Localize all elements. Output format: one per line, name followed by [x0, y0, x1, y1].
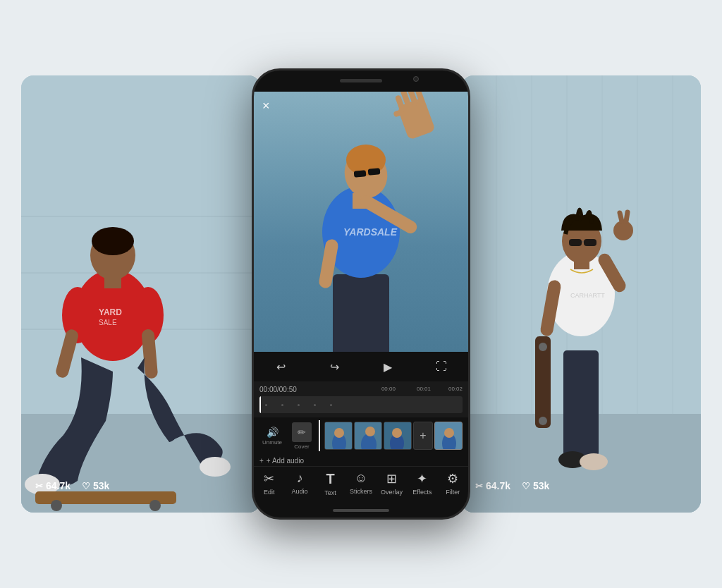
svg-point-17 — [149, 500, 161, 511]
svg-rect-8 — [104, 274, 121, 288]
home-indicator — [254, 503, 468, 517]
unmute-button[interactable]: 🔊 Unmute — [259, 427, 285, 446]
svg-point-68 — [365, 427, 375, 436]
svg-rect-28 — [563, 350, 599, 456]
add-clip-button[interactable]: + — [413, 422, 433, 450]
marker-2: 00:02 — [448, 386, 463, 393]
toolbar-audio[interactable]: ♪ Audio — [286, 471, 313, 495]
clip-playhead — [319, 420, 320, 451]
add-audio-icon: + — [259, 457, 264, 465]
toolbar-stickers[interactable]: ☺ Stickers — [348, 471, 374, 495]
toolbar-effects[interactable]: ✦ Effects — [409, 471, 436, 496]
cover-icon-bg: ✏ — [292, 422, 312, 442]
total-time: 00:50 — [279, 386, 297, 393]
toolbar-edit[interactable]: ✂ Edit — [256, 471, 283, 496]
filter-icon: ⚙ — [447, 471, 458, 486]
clip-thumb-3[interactable] — [384, 422, 412, 450]
unmute-icon: 🔊 — [267, 427, 279, 438]
video-preview: × — [254, 92, 468, 352]
marker-0: 00:00 — [381, 386, 396, 393]
audio-icon: ♪ — [297, 471, 303, 486]
svg-point-38 — [613, 221, 633, 240]
clip-thumb-2[interactable] — [354, 422, 382, 450]
right-heart-stat: ♡ 53k — [522, 480, 549, 491]
svg-rect-52 — [354, 170, 367, 177]
svg-rect-47 — [333, 274, 389, 352]
toolbar-text[interactable]: T Text — [317, 471, 344, 496]
timeline-playhead — [259, 396, 261, 413]
svg-text:YARDSALE: YARDSALE — [343, 226, 398, 238]
svg-rect-35 — [584, 239, 596, 246]
right-scissors-stat: ✂ 64.7k — [475, 480, 510, 491]
timeline-time-display: 00:00 / 00:50 00:00 00:01 00:02 — [259, 384, 463, 395]
toolbar-overlay[interactable]: ⊞ Overlay — [378, 471, 405, 496]
marker-1: 00:01 — [417, 386, 431, 393]
svg-point-30 — [580, 453, 608, 470]
timeline-track[interactable] — [259, 396, 463, 413]
svg-point-71 — [392, 428, 402, 438]
svg-text:CARHARTT: CARHARTT — [570, 292, 605, 299]
phone-notch — [254, 71, 468, 92]
add-audio-row: + + Add audio — [254, 454, 468, 466]
svg-point-7 — [92, 227, 134, 255]
undo-button[interactable]: ↩ — [270, 360, 291, 374]
text-icon: T — [326, 471, 334, 487]
timeline: 00:00 / 00:50 00:00 00:01 00:02 — [254, 381, 468, 417]
redo-button[interactable]: ↪ — [324, 360, 345, 374]
cover-button[interactable]: ✏ Cover — [289, 422, 314, 450]
effects-icon: ✦ — [417, 471, 427, 486]
svg-point-44 — [539, 417, 547, 425]
svg-rect-34 — [569, 239, 582, 246]
svg-line-39 — [620, 213, 622, 221]
edit-icon: ✂ — [264, 471, 274, 486]
right-background-card: CARHARTT ✂ 64.7k ♡ 53k — [461, 75, 701, 513]
current-time: 00:00 — [259, 386, 277, 393]
clip-row: 🔊 Unmute ✏ Cover — [254, 417, 468, 454]
clip-thumb-1[interactable] — [324, 422, 353, 450]
phone-speaker — [340, 79, 382, 82]
svg-point-16 — [51, 500, 62, 511]
stickers-icon: ☺ — [355, 471, 367, 486]
toolbar-filter[interactable]: ⚙ Filter — [439, 471, 466, 496]
video-person-illustration: YARDSALE — [259, 92, 463, 352]
left-scissors-stat: ✂ 64.7k — [35, 480, 71, 491]
bottom-toolbar: ✂ Edit ♪ Audio T Text ☺ Stickers ⊞ Overl… — [254, 466, 468, 503]
phone: × — [252, 68, 470, 520]
svg-line-40 — [626, 212, 628, 221]
fullscreen-button[interactable]: ⛶ — [431, 360, 452, 373]
svg-point-43 — [539, 343, 547, 351]
heart-icon: ♡ — [82, 481, 90, 491]
overlay-icon: ⊞ — [386, 471, 397, 486]
close-button[interactable]: × — [262, 99, 270, 114]
left-card-stats: ✂ 64.7k ♡ 53k — [35, 480, 109, 491]
left-heart-stat: ♡ 53k — [82, 480, 109, 491]
svg-text:YARD: YARD — [99, 307, 122, 317]
add-audio-button[interactable]: + + Add audio — [259, 457, 463, 465]
playback-controls: ↩ ↪ ▶ ⛶ — [254, 352, 468, 381]
right-card-stats: ✂ 64.7k ♡ 53k — [475, 480, 549, 491]
left-background-card: YARD SALE ✂ 64.7k ♡ 53k — [21, 75, 261, 513]
svg-rect-53 — [368, 168, 381, 175]
cover-icon: ✏ — [298, 427, 306, 438]
scissors-icon-right: ✂ — [475, 481, 483, 491]
play-button[interactable]: ▶ — [377, 360, 398, 374]
home-bar — [333, 509, 389, 512]
scissors-icon: ✂ — [35, 481, 43, 491]
heart-icon-right: ♡ — [522, 481, 530, 491]
left-person-illustration: YARD SALE — [21, 75, 261, 513]
svg-text:SALE: SALE — [99, 319, 117, 326]
clips-strip: + — [324, 422, 463, 450]
right-person-illustration: CARHARTT — [461, 75, 701, 513]
scene: YARD SALE ✂ 64.7k ♡ 53k — [0, 0, 722, 588]
clip-thumb-4[interactable] — [434, 422, 463, 450]
svg-point-74 — [444, 428, 454, 438]
svg-point-65 — [334, 428, 344, 438]
phone-camera — [413, 76, 419, 82]
svg-point-14 — [200, 457, 231, 477]
